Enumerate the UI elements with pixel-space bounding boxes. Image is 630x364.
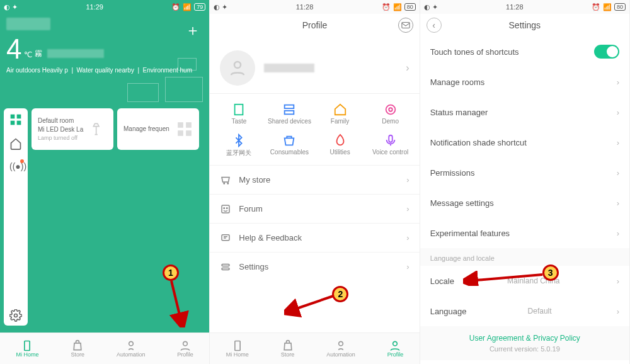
svg-rect-0 bbox=[11, 115, 15, 119]
setting-status-manager[interactable]: Status manager› bbox=[420, 97, 629, 127]
feature-consumables[interactable]: Consumables bbox=[264, 134, 314, 157]
feature-utilities[interactable]: Utilities bbox=[314, 134, 365, 157]
taste-icon bbox=[232, 103, 246, 115]
toggle-touch-tones[interactable] bbox=[594, 45, 619, 59]
chevron-right-icon: › bbox=[617, 108, 619, 117]
nav-automation[interactable]: Automation bbox=[326, 339, 355, 358]
messages-button[interactable] bbox=[398, 18, 413, 33]
svg-rect-5 bbox=[178, 122, 183, 128]
setting-permissions[interactable]: Permissions› bbox=[420, 157, 629, 188]
nav-label: Mi Home bbox=[16, 351, 38, 358]
svg-rect-1 bbox=[17, 115, 21, 119]
menu-settings[interactable]: Settings› bbox=[210, 252, 419, 281]
wifi-icon: 📶 bbox=[183, 3, 192, 11]
page-title: Settings bbox=[509, 20, 541, 30]
nav-label: Store bbox=[71, 351, 84, 358]
section-language-locale: Language and locale bbox=[420, 248, 629, 266]
svg-point-10 bbox=[129, 341, 133, 346]
svg-rect-3 bbox=[17, 121, 21, 125]
card-room: Default room bbox=[38, 117, 83, 125]
setting-locale[interactable]: Locale Mainland China › bbox=[420, 266, 629, 296]
home-icon[interactable] bbox=[9, 137, 22, 149]
annotation-step-1: 1 bbox=[163, 264, 179, 281]
gear-icon[interactable] bbox=[9, 309, 22, 321]
annotation-step-3: 3 bbox=[542, 264, 559, 281]
bottom-nav: Mi Home Store Automation Profile bbox=[0, 333, 209, 364]
language-value: Default bbox=[528, 307, 552, 316]
profile-menu: My store› Forum› Help & Feedback› Settin… bbox=[210, 165, 419, 333]
setting-manage-rooms[interactable]: Manage rooms› bbox=[420, 67, 629, 97]
appliance-illustration bbox=[127, 58, 203, 102]
back-button[interactable]: ‹ bbox=[427, 18, 442, 33]
battery-level: 79 bbox=[194, 3, 205, 11]
nav-automation[interactable]: Automation bbox=[117, 339, 146, 358]
nav-store[interactable]: Store bbox=[71, 339, 84, 358]
profile-row[interactable]: › bbox=[210, 43, 419, 93]
lamp-icon bbox=[91, 121, 107, 137]
menu-forum[interactable]: Forum› bbox=[210, 194, 419, 223]
nav-mihome[interactable]: Mi Home bbox=[16, 339, 38, 358]
svg-rect-25 bbox=[222, 264, 229, 266]
mail-icon bbox=[401, 22, 410, 28]
setting-message-settings[interactable]: Message settings› bbox=[420, 188, 629, 218]
forum-icon bbox=[220, 203, 231, 215]
chevron-right-icon: › bbox=[406, 204, 409, 213]
setting-language[interactable]: Language Default › bbox=[420, 296, 629, 326]
svg-point-19 bbox=[389, 108, 392, 111]
svg-rect-9 bbox=[25, 341, 30, 351]
svg-point-29 bbox=[393, 341, 398, 346]
setting-experimental[interactable]: Experimental features› bbox=[420, 218, 629, 248]
chevron-right-icon: › bbox=[406, 233, 409, 242]
nav-profile[interactable]: Profile bbox=[387, 339, 404, 358]
feature-bluetooth[interactable]: 蓝牙网关 bbox=[214, 134, 264, 157]
temperature-value: 4 bbox=[6, 35, 21, 63]
svg-point-28 bbox=[339, 341, 343, 346]
nav-profile[interactable]: Profile bbox=[177, 339, 193, 358]
nav-label: Profile bbox=[387, 351, 404, 358]
feature-family[interactable]: Family bbox=[314, 103, 365, 125]
chevron-right-icon: › bbox=[617, 276, 619, 286]
nav-label: Store bbox=[281, 351, 295, 358]
status-time: 11:28 bbox=[506, 3, 524, 11]
profile-icon bbox=[389, 339, 401, 351]
feature-grid: Taste Shared devices Family Demo 蓝牙网关 Co… bbox=[210, 93, 419, 165]
bluetooth-icon bbox=[232, 134, 246, 146]
profile-header: Profile bbox=[210, 14, 419, 37]
svg-point-4 bbox=[14, 314, 18, 317]
home-title-blurred bbox=[6, 18, 50, 30]
menu-help[interactable]: Help & Feedback› bbox=[210, 223, 419, 252]
person-icon bbox=[228, 59, 247, 77]
card-device: Mi LED Desk La bbox=[38, 125, 83, 134]
chevron-right-icon: › bbox=[406, 262, 409, 271]
nav-store[interactable]: Store bbox=[281, 339, 295, 358]
status-time: 11:29 bbox=[86, 3, 103, 11]
nav-mihome[interactable]: Mi Home bbox=[226, 339, 249, 358]
shared-icon bbox=[282, 103, 296, 115]
feature-shared[interactable]: Shared devices bbox=[264, 103, 314, 125]
add-device-button[interactable]: ＋ bbox=[185, 20, 200, 40]
home-content: ((●)) Default room Mi LED Desk La Lamp t… bbox=[0, 108, 209, 333]
broadcast-icon[interactable]: ((●)) bbox=[9, 161, 22, 173]
feature-taste[interactable]: Taste bbox=[214, 103, 264, 125]
bottom-nav: Mi Home Store Automation Profile bbox=[210, 333, 419, 364]
feature-demo[interactable]: Demo bbox=[365, 103, 416, 125]
device-card-manage[interactable]: Manage frequen bbox=[117, 108, 199, 150]
device-card-default-room[interactable]: Default room Mi LED Desk La Lamp turned … bbox=[32, 108, 113, 150]
setting-touch-tones[interactable]: Touch tones of shortcuts bbox=[420, 37, 629, 67]
chevron-right-icon: › bbox=[617, 307, 619, 316]
settings-header: ‹ Settings bbox=[420, 14, 629, 37]
chevron-right-icon: › bbox=[406, 62, 409, 74]
notif-icon: ◐ ✦ bbox=[424, 3, 438, 11]
card-label: Manage frequen bbox=[123, 125, 169, 134]
automation-icon bbox=[335, 339, 347, 351]
setting-notif-shortcut[interactable]: Notification shade shortcut› bbox=[420, 127, 629, 157]
version-text: Current version: 5.0.19 bbox=[420, 345, 629, 353]
help-icon bbox=[220, 232, 231, 244]
notif-icon: ◐ ✦ bbox=[214, 3, 227, 11]
temperature-unit: ℃ bbox=[24, 50, 32, 59]
chevron-right-icon: › bbox=[617, 138, 619, 147]
legal-link[interactable]: User Agreement & Privacy Policy bbox=[420, 334, 629, 343]
feature-voice[interactable]: Voice control bbox=[365, 134, 416, 157]
grid-view-icon[interactable] bbox=[9, 113, 22, 125]
menu-mystore[interactable]: My store› bbox=[210, 165, 419, 194]
